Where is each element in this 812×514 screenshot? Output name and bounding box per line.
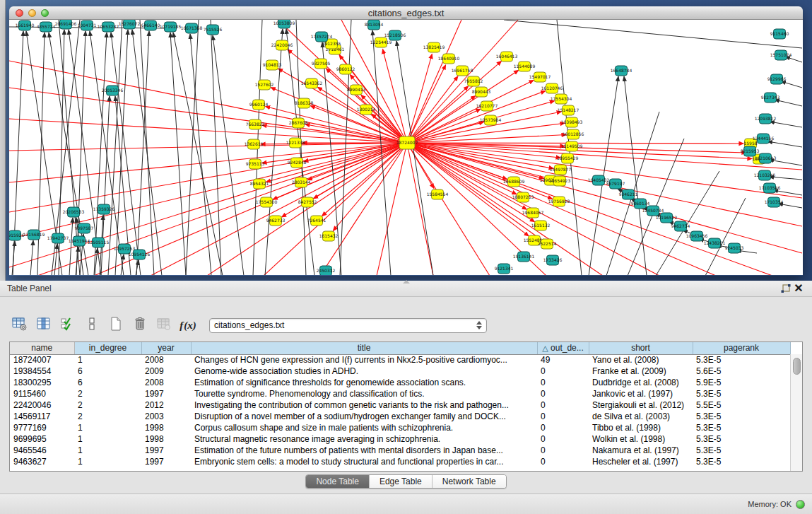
- column-header-title[interactable]: title: [191, 342, 537, 354]
- table-select-dropdown[interactable]: citations_edges.txt: [209, 318, 487, 333]
- table-cell[interactable]: 1997: [141, 445, 191, 456]
- table-cell[interactable]: 0: [537, 456, 589, 467]
- yellow-node[interactable]: 18955429: [557, 153, 579, 163]
- table-cell[interactable]: 1998: [141, 422, 191, 433]
- teal-node[interactable]: 9245033: [725, 243, 744, 253]
- column-header-year[interactable]: year: [141, 342, 191, 354]
- table-cell[interactable]: 9699695: [10, 433, 74, 445]
- table-cell[interactable]: 49: [537, 354, 589, 366]
- table-cell[interactable]: Tibbo et al. (1998): [589, 422, 693, 433]
- table-row[interactable]: 946362711997Embryonic stem cells: a mode…: [10, 456, 790, 467]
- table-cell[interactable]: 2008: [141, 354, 191, 366]
- function-builder-button[interactable]: f (x): [178, 315, 198, 335]
- column-header-short[interactable]: short: [589, 342, 693, 354]
- float-window-icon[interactable]: [779, 283, 792, 294]
- table-cell[interactable]: 5.9E-5: [693, 377, 790, 388]
- teal-node[interactable]: 10719185: [160, 22, 182, 32]
- teal-node[interactable]: 16648784: [611, 66, 632, 76]
- table-cell[interactable]: 1: [74, 445, 141, 456]
- table-cell[interactable]: Structural magnetic resonance image aver…: [191, 433, 537, 445]
- teal-node[interactable]: 20053346: [102, 86, 124, 95]
- table-cell[interactable]: 5.6E-5: [693, 366, 790, 377]
- import-table-disabled-button[interactable]: [154, 315, 174, 335]
- table-cell[interactable]: 2: [74, 388, 141, 399]
- column-header-pagerank[interactable]: pagerank: [693, 342, 790, 354]
- table-cell[interactable]: 6: [74, 377, 141, 388]
- table-row[interactable]: 2242004622012Investigating the contribut…: [10, 399, 790, 411]
- table-cell[interactable]: 5.3E-5: [693, 445, 790, 456]
- table-cell[interactable]: 0: [537, 366, 589, 377]
- teal-node[interactable]: 1733426: [543, 255, 563, 265]
- tab-network-table[interactable]: Network Table: [433, 475, 506, 488]
- yellow-node[interactable]: 1527602: [255, 80, 274, 90]
- yellow-node[interactable]: 16543362: [301, 78, 323, 88]
- table-cell[interactable]: Hescheler et al. (1997): [589, 456, 693, 467]
- table-cell[interactable]: 9465546: [10, 445, 74, 456]
- yellow-node[interactable]: 16120746: [541, 83, 563, 93]
- table-cell[interactable]: 1997: [141, 388, 191, 399]
- teal-node[interactable]: 17942737: [47, 233, 69, 243]
- close-icon[interactable]: ✕: [792, 283, 805, 294]
- teal-node[interactable]: 12156819: [23, 230, 45, 240]
- yellow-node[interactable]: 16046413: [496, 52, 518, 62]
- teal-node[interactable]: 8679197: [606, 179, 625, 189]
- yellow-node[interactable]: 7955812: [464, 76, 483, 86]
- select-rows-button[interactable]: [58, 315, 78, 335]
- yellow-node[interactable]: 9960124: [249, 100, 269, 110]
- teal-node[interactable]: 10196522: [656, 213, 678, 223]
- delete-table-button[interactable]: [130, 315, 150, 335]
- table-cell[interactable]: 9777169: [10, 422, 74, 433]
- teal-node[interactable]: 15218506: [384, 30, 406, 40]
- table-cell[interactable]: Embryonic stem cells: a model to study s…: [191, 456, 537, 467]
- table-cell[interactable]: Tourette syndrome. Phenomenology and cla…: [191, 388, 537, 399]
- table-cell[interactable]: Changes of HCN gene expression and I(f) …: [191, 354, 537, 366]
- yellow-node[interactable]: 16961758: [452, 66, 473, 76]
- yellow-node[interactable]: 7264541: [307, 216, 326, 226]
- table-cell[interactable]: Dudbridge et al. (2008): [589, 377, 693, 388]
- teal-node[interactable]: 6466140: [141, 21, 160, 30]
- table-cell[interactable]: 9115460: [10, 388, 74, 399]
- table-cell[interactable]: 1: [74, 422, 141, 433]
- yellow-node[interactable]: 15148217: [558, 105, 579, 115]
- scrollbar-thumb[interactable]: [793, 358, 801, 375]
- table-cell[interactable]: 0: [537, 399, 589, 411]
- table-cell[interactable]: 0: [537, 445, 589, 456]
- yellow-node[interactable]: 11544089: [514, 62, 536, 71]
- table-cell[interactable]: Genome-wide association studies in ADHD.: [191, 366, 537, 377]
- table-cell[interactable]: Franke et al. (2009): [589, 366, 693, 377]
- table-cell[interactable]: 1: [74, 433, 141, 445]
- yellow-node[interactable]: 13825419: [423, 42, 445, 52]
- yellow-node[interactable]: 1362615: [245, 139, 264, 149]
- column-header-name[interactable]: name: [10, 342, 74, 354]
- yellow-node[interactable]: 17554304: [551, 94, 572, 104]
- yellow-node[interactable]: 16012856: [563, 129, 584, 139]
- table-cell[interactable]: Estimation of significance thresholds fo…: [191, 377, 537, 388]
- table-cell[interactable]: Disruption of a novel member of a sodium…: [191, 411, 537, 422]
- table-cell[interactable]: 5.3E-5: [693, 456, 790, 467]
- table-cell[interactable]: Investigating the contribution of common…: [191, 399, 537, 411]
- table-cell[interactable]: 0: [537, 422, 589, 433]
- yellow-node[interactable]: 10398493: [561, 117, 583, 127]
- table-cell[interactable]: 5.3E-5: [693, 354, 790, 366]
- table-cell[interactable]: 19384554: [10, 366, 74, 377]
- teal-node[interactable]: 17103546: [759, 183, 781, 193]
- yellow-node[interactable]: 8186328: [295, 98, 314, 108]
- table-cell[interactable]: 14569117: [10, 411, 74, 422]
- teal-node[interactable]: 3915926: [9, 230, 25, 240]
- teal-node[interactable]: 12103245: [754, 170, 776, 180]
- teal-node[interactable]: 15136141: [513, 252, 535, 262]
- yellow-node[interactable]: 9860122: [336, 64, 355, 74]
- table-cell[interactable]: 1997: [141, 456, 191, 467]
- yellow-node[interactable]: 1615432: [319, 231, 339, 241]
- yellow-node[interactable]: 18640910: [438, 54, 460, 64]
- table-cell[interactable]: Stergiakouli et al. (2012): [589, 399, 693, 411]
- table-cell[interactable]: 2009: [141, 366, 191, 377]
- teal-node[interactable]: 15751074: [770, 50, 792, 60]
- table-cell[interactable]: 2008: [141, 377, 191, 388]
- table-row[interactable]: 1830029562008Estimation of significance …: [10, 377, 790, 388]
- teal-node[interactable]: 8813054: [365, 20, 384, 30]
- attribute-table[interactable]: namein_degreeyeartitle△ out_de...shortpa…: [10, 342, 791, 467]
- table-cell[interactable]: Corpus callosum shape and size in male p…: [191, 422, 537, 433]
- yellow-node[interactable]: 8990443: [472, 87, 491, 97]
- table-cell[interactable]: 0: [537, 377, 589, 388]
